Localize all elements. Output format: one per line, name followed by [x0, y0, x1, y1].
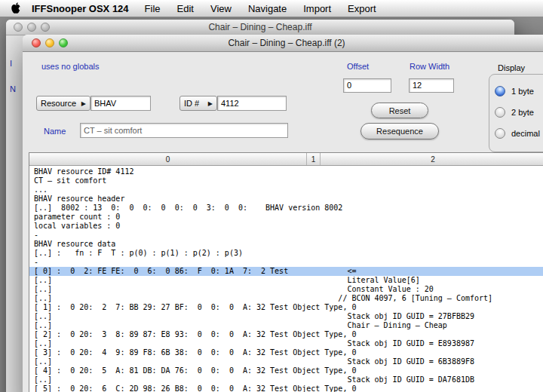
radio-1-byte-label[interactable]: 1 byte	[511, 87, 534, 96]
hex-line[interactable]: CT – sit comfort	[29, 176, 543, 185]
hex-line[interactable]: [..] : fn : F T : p(0) : p(1) : p(2) : p…	[29, 249, 543, 258]
hex-line[interactable]: BHAV resource data	[29, 240, 543, 249]
hex-line[interactable]: [..] 8002 : 13 0: 0 0: 0 0: 0 3: 0 0: BH…	[29, 204, 543, 213]
reset-button[interactable]: Reset	[371, 103, 428, 118]
close-button[interactable]	[14, 23, 23, 32]
zoom-button[interactable]	[41, 23, 50, 32]
menu-export[interactable]: Export	[339, 3, 385, 14]
hex-line[interactable]: [ 5] : 0 20: 6 C: 2D 98: 26 B8: 0 0: 0 A…	[29, 384, 543, 392]
hex-table-header: 0 1 2	[29, 153, 543, 166]
zoom-button[interactable]	[59, 38, 68, 47]
hex-line[interactable]: [..] Stack obj ID GUID = 6B3889F8	[29, 357, 543, 366]
clipped-label: N	[10, 84, 16, 93]
globals-note: uses no globals	[41, 62, 99, 71]
display-group-label: Display	[498, 63, 525, 72]
radio-1-byte[interactable]	[495, 86, 505, 96]
menu-import[interactable]: Import	[295, 3, 339, 14]
resource-popup-label: Resource	[41, 99, 76, 108]
radio-2-byte-label[interactable]: 2 byte	[511, 108, 534, 117]
hex-line[interactable]: [..] Chair – Dining – Cheap	[29, 321, 543, 330]
menu-navigate[interactable]: Navigate	[240, 3, 295, 14]
row-width-field[interactable]: 12	[409, 78, 454, 93]
resource-type-field[interactable]: BHAV	[90, 96, 151, 111]
popup-arrow-icon: ▶	[78, 100, 86, 107]
hex-body[interactable]: BHAV resource ID# 4112CT – sit comfort..…	[29, 166, 543, 392]
menu-bar: IFFSnooper OSX 124 File Edit View Naviga…	[0, 0, 543, 17]
offset-field[interactable]: 0	[343, 78, 391, 93]
radio-decimal[interactable]	[495, 128, 505, 139]
radio-2-byte[interactable]	[495, 107, 505, 118]
hex-line[interactable]: local variables : 0	[29, 222, 543, 231]
name-field[interactable]: CT – sit comfort	[80, 123, 288, 138]
menu-view[interactable]: View	[202, 3, 240, 14]
main-window-titlebar[interactable]: Chair – Dining – Cheap.iff (2)	[23, 35, 543, 52]
hex-line[interactable]: [..] // BCON 4097, 6 [Tuning – Comfort]	[29, 294, 543, 303]
name-label: Name	[44, 127, 66, 136]
column-header-2: 2	[321, 153, 543, 165]
resource-popup[interactable]: Resource ▶	[36, 96, 90, 111]
clipped-label: I	[10, 59, 12, 68]
id-popup[interactable]: ID # ▶	[179, 96, 217, 111]
resource-id-field[interactable]: 4112	[217, 96, 287, 111]
main-window: Chair – Dining – Cheap.iff (2) uses no g…	[23, 35, 543, 392]
hex-dump-table: 0 1 2 BHAV resource ID# 4112CT – sit com…	[29, 152, 543, 392]
column-header-1: 1	[307, 153, 321, 165]
hex-line[interactable]: [..] Stack obj ID GUID = 27BFBB29	[29, 312, 543, 321]
hex-line[interactable]: [ 4] : 0 20: 5 A: 81 DB: DA 76: 0 0: 0 A…	[29, 366, 543, 375]
hex-line[interactable]: [ 3] : 0 20: 4 9: 89 F8: 6B 38: 0 0: 0 A…	[29, 348, 543, 357]
hex-line[interactable]: [..] Literal Value[6]	[29, 276, 543, 285]
hex-line[interactable]: -	[29, 231, 543, 240]
window-title: Chair – Dining – Cheap.iff	[208, 22, 311, 32]
radio-decimal-label[interactable]: decimal	[511, 129, 540, 138]
minimize-button[interactable]	[27, 23, 36, 32]
offset-label: Offset	[347, 62, 369, 71]
hex-line[interactable]: ...	[29, 185, 543, 194]
hex-line[interactable]: -	[29, 258, 543, 267]
menu-file[interactable]: File	[137, 3, 169, 14]
row-width-label: Row Width	[410, 62, 449, 71]
app-menu-title[interactable]: IFFSnooper OSX 124	[27, 3, 137, 14]
hex-line[interactable]: [..] Constant Value : 20	[29, 285, 543, 294]
hex-line[interactable]: [ 0] : 0 2: FE FE: 0 6: 0 86: F 0: 1A 7:…	[29, 267, 543, 276]
hex-line[interactable]: [ 2] : 0 20: 3 8: 89 87: E8 93: 0 0: 0 A…	[29, 330, 543, 339]
window-title: Chair – Dining – Cheap.iff (2)	[228, 38, 345, 48]
resequence-button[interactable]: Resequence	[360, 123, 439, 139]
hex-line[interactable]: [..] Stack obj ID GUID = DA7681DB	[29, 375, 543, 384]
menu-edit[interactable]: Edit	[169, 3, 202, 14]
hex-line[interactable]: BHAV resource ID# 4112	[29, 167, 543, 176]
hex-line[interactable]: [..] Stack obj ID GUID = E8938987	[29, 339, 543, 348]
hex-line[interactable]: BHAV resource header	[29, 194, 543, 204]
hex-line[interactable]: parameter count : 0	[29, 213, 543, 222]
apple-menu[interactable]	[0, 2, 27, 14]
column-header-0: 0	[29, 153, 307, 165]
background-window-titlebar[interactable]: Chair – Dining – Cheap.iff	[6, 20, 514, 35]
hex-line[interactable]: [ 1] : 0 20: 2 7: BB 29: 27 BF: 0 0: 0 A…	[29, 303, 543, 312]
close-button[interactable]	[32, 38, 41, 47]
apple-icon	[11, 2, 21, 14]
popup-arrow-icon: ▶	[204, 100, 213, 107]
id-popup-label: ID #	[184, 99, 199, 108]
minimize-button[interactable]	[45, 38, 54, 47]
